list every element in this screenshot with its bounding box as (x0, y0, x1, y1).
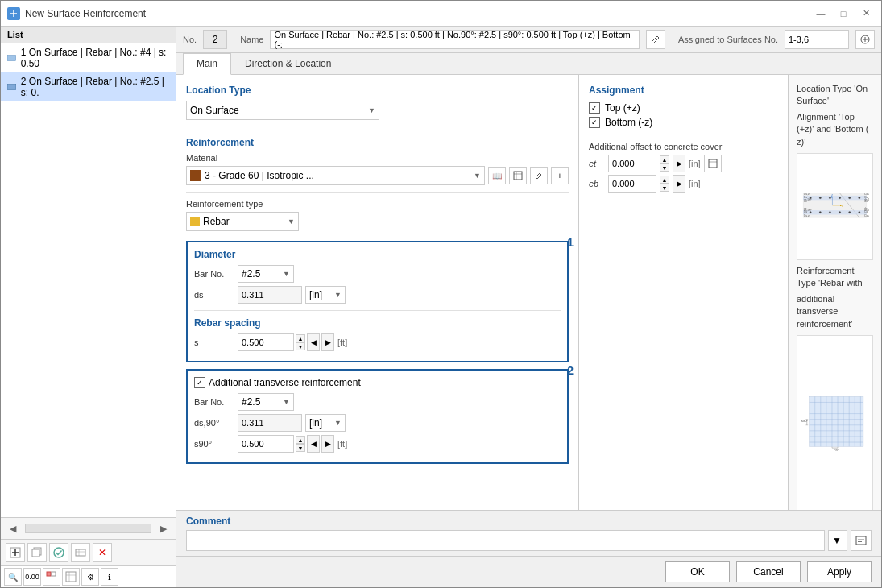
rebar-type-input-row: Rebar ▼ (186, 212, 569, 231)
svg-rect-3 (7, 55, 16, 60)
area-icon-btn[interactable] (43, 568, 60, 586)
comment-dropdown-arrow[interactable]: ▼ (828, 530, 847, 551)
ds90-unit-dropdown[interactable]: [in] ▼ (305, 414, 346, 432)
svg-rect-16 (66, 572, 76, 582)
transverse-box: 2 ✓ Additional transverse reinforcement … (186, 369, 569, 464)
bar-no-t-dropdown[interactable]: #2.5 ▼ (238, 393, 294, 411)
comment-section: Comment ▼ (186, 516, 872, 551)
s-step-fwd[interactable]: ▶ (321, 333, 334, 351)
material-dropdown[interactable]: 3 - Grade 60 | Isotropic ... ▼ (186, 166, 485, 185)
grid-diagram: s90° └S┘ (801, 339, 869, 508)
cancel-button[interactable]: Cancel (736, 561, 801, 582)
material-icon (190, 170, 201, 181)
grid-diagram-container: s90° └S┘ (797, 335, 873, 510)
svg-rect-23 (514, 172, 522, 180)
eb-step-fwd[interactable]: ▶ (673, 175, 685, 193)
ok-button[interactable]: OK (665, 561, 730, 582)
material-add-btn[interactable]: + (551, 167, 569, 184)
tab-main[interactable]: Main (183, 53, 231, 75)
search-icon-btn[interactable]: 🔍 (4, 568, 22, 586)
apply-button[interactable]: Apply (807, 561, 872, 582)
s-value[interactable]: 0.500 (238, 333, 294, 351)
main-window: New Surface Reinforcement — □ ✕ List 1 O… (0, 0, 882, 588)
s-up-arrow[interactable]: ▲ (296, 334, 305, 342)
svg-rect-64 (810, 396, 863, 446)
close-button[interactable]: ✕ (857, 5, 875, 23)
comment-icon-btn[interactable] (851, 530, 872, 551)
delete-button[interactable]: ✕ (93, 543, 112, 562)
assignment-title: Assignment (589, 85, 778, 96)
offset-title: Additional offset to concrete cover (589, 142, 778, 151)
s90-down-arrow[interactable]: ▼ (296, 444, 305, 452)
tab-direction-location[interactable]: Direction & Location (231, 53, 345, 74)
left-panel: List 1 On Surface | Rebar | No.: #4 | s:… (1, 27, 176, 587)
eb-down-arrow[interactable]: ▼ (660, 184, 669, 192)
bar-no-dropdown[interactable]: #2.5 ▼ (238, 265, 294, 283)
settings-icon-btn[interactable]: ⚙ (81, 568, 99, 586)
top-bar: No. 2 Name On Surface | Rebar | No.: #2.… (176, 27, 881, 53)
bar-no-t-row: Bar No. #2.5 ▼ (194, 393, 561, 411)
svg-rect-9 (32, 549, 39, 557)
top-checkbox[interactable]: ✓ (589, 102, 600, 114)
eb-up-arrow[interactable]: ▲ (660, 176, 669, 184)
material-edit-btn[interactable] (530, 167, 548, 184)
material-book-btn[interactable]: 📖 (488, 167, 506, 184)
name-label: Name (240, 35, 263, 44)
svg-text:ds: ds (804, 200, 807, 203)
value-icon-btn[interactable]: 0.00 (23, 568, 41, 586)
bottom-checkbox[interactable]: ✓ (589, 117, 600, 128)
ds90-label: ds,90° (194, 418, 234, 428)
svg-point-10 (54, 548, 64, 557)
transverse-checkbox[interactable]: ✓ (194, 377, 205, 388)
rebar-type-dropdown[interactable]: Rebar ▼ (186, 212, 299, 231)
form-panel: Location Type On Surface ▼ Reinforcement (176, 75, 579, 510)
content-area: List 1 On Surface | Rebar | No.: #4 | s:… (1, 27, 881, 587)
footer: OK Cancel Apply (176, 556, 881, 587)
validate-button[interactable] (49, 543, 68, 562)
et-up-arrow[interactable]: ▲ (660, 155, 669, 164)
view-button[interactable] (71, 543, 90, 562)
minimize-button[interactable]: — (812, 5, 830, 23)
list-item-selected[interactable]: 2 On Surface | Rebar | No.: #2.5 | s: 0. (1, 72, 176, 101)
comment-input[interactable] (186, 530, 825, 551)
s90-step-fwd[interactable]: ▶ (321, 435, 334, 453)
s-down-arrow[interactable]: ▼ (296, 342, 305, 350)
et-step-fwd[interactable]: ▶ (673, 155, 685, 172)
location-type-dropdown[interactable]: On Surface ▼ (186, 101, 379, 120)
eb-spin-arrows: ▲ ▼ (660, 176, 669, 192)
et-table-btn[interactable] (704, 155, 722, 172)
list-item[interactable]: 1 On Surface | Rebar | No.: #4 | s: 0.50 (1, 43, 176, 72)
svg-point-33 (819, 197, 821, 198)
info-icon-btn[interactable]: ℹ (101, 568, 118, 586)
svg-rect-15 (52, 572, 56, 576)
list-scroll-right[interactable]: ▶ (155, 520, 172, 537)
s-step-back[interactable]: ◀ (307, 333, 320, 351)
transverse-checkbox-row: ✓ Additional transverse reinforcement (194, 377, 561, 388)
svg-rect-30 (803, 196, 867, 200)
section-1-label: 1 (567, 236, 574, 249)
ds-unit-dropdown[interactable]: [in] ▼ (305, 286, 346, 304)
svg-point-43 (859, 212, 860, 213)
rebar-type-row: Reinforcement type (186, 199, 569, 209)
assignment-panel: Assignment ✓ Top (+z) ✓ Bottom (-z) Addi… (579, 75, 789, 510)
list-scrollbar[interactable] (25, 524, 151, 533)
add-button[interactable] (6, 543, 25, 562)
eb-value[interactable]: 0.000 (608, 175, 656, 193)
s90-label: s90° (194, 439, 234, 449)
s90-step-back[interactable]: ◀ (307, 435, 320, 453)
s90-spin-arrows: ▲ ▼ (296, 436, 305, 452)
s90-up-arrow[interactable]: ▲ (296, 436, 305, 444)
list-scroll-left[interactable]: ◀ (4, 520, 22, 537)
title-bar: New Surface Reinforcement — □ ✕ (1, 1, 881, 27)
copy-button[interactable] (27, 543, 47, 562)
s90-value[interactable]: 0.500 (238, 435, 294, 453)
assigned-select-button[interactable] (855, 30, 875, 49)
material-table-btn[interactable] (509, 167, 527, 184)
svg-point-34 (829, 197, 830, 198)
edit-name-button[interactable] (646, 30, 665, 49)
et-value[interactable]: 0.000 (608, 155, 656, 172)
maximize-button[interactable]: □ (834, 5, 852, 23)
table-icon-btn[interactable] (62, 568, 80, 586)
et-down-arrow[interactable]: ▼ (660, 164, 669, 172)
eb-row: eb 0.000 ▲ ▼ ▶ [in] (589, 175, 778, 193)
